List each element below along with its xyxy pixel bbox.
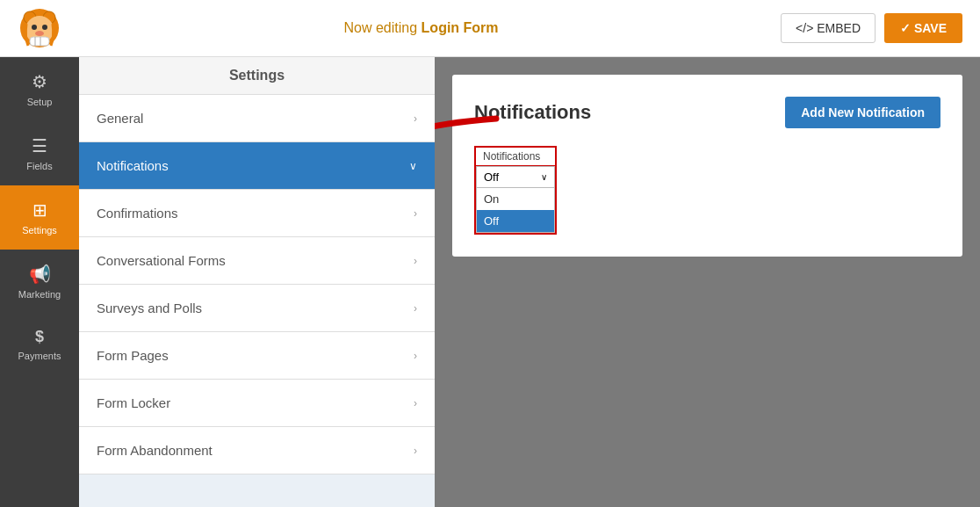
chevron-right-icon-5: › xyxy=(414,350,417,362)
menu-item-formlocker[interactable]: Form Locker › xyxy=(79,380,435,427)
sidebar-icons: ⚙ Setup ☰ Fields ⊞ Settings 📢 Marketing … xyxy=(0,57,79,507)
menu-item-formabandonment[interactable]: Form Abandonment › xyxy=(79,427,435,474)
menu-item-notifications[interactable]: Notifications ∨ xyxy=(79,142,435,190)
notifications-current-value: Off xyxy=(484,170,499,184)
sidebar-item-fields[interactable]: ☰ Fields xyxy=(0,121,79,185)
dropdown-option-off[interactable]: Off xyxy=(477,210,554,232)
setup-icon: ⚙ xyxy=(32,71,47,92)
chevron-down-dropdown-icon: ∨ xyxy=(541,172,547,182)
chevron-right-icon-4: › xyxy=(414,302,417,315)
menu-item-surveys-label: Surveys and Polls xyxy=(97,301,202,315)
menu-item-general-label: General xyxy=(97,111,143,126)
menu-item-notifications-label: Notifications xyxy=(97,158,169,173)
sidebar-item-settings-label: Settings xyxy=(22,225,57,235)
top-bar: Now editing Login Form </> EMBED ✓ SAVE xyxy=(0,0,980,57)
sidebar-item-payments-label: Payments xyxy=(18,351,61,361)
notifications-panel-header: Notifications Add New Notification xyxy=(474,97,940,128)
menu-item-formpages[interactable]: Form Pages › xyxy=(79,332,435,380)
fields-icon: ☰ xyxy=(32,135,47,156)
chevron-right-icon-6: › xyxy=(414,397,417,409)
notifications-select-trigger[interactable]: Off ∨ xyxy=(476,166,555,188)
embed-button[interactable]: </> EMBED xyxy=(781,13,876,43)
logo-icon xyxy=(18,6,61,50)
notifications-panel: Notifications Add New Notification Notif… xyxy=(452,75,962,257)
notifications-widget: Notifications Off ∨ On Off xyxy=(474,146,557,235)
menu-item-formlocker-label: Form Locker xyxy=(97,395,170,410)
notifications-widget-label: Notifications xyxy=(476,148,555,166)
svg-point-6 xyxy=(35,31,44,36)
chevron-right-icon-3: › xyxy=(414,255,417,267)
menu-item-confirmations-label: Confirmations xyxy=(97,206,178,221)
chevron-right-icon-7: › xyxy=(414,445,417,457)
svg-point-5 xyxy=(42,25,47,30)
payments-icon: $ xyxy=(35,328,44,346)
sidebar-item-payments[interactable]: $ Payments xyxy=(0,314,79,375)
settings-header: Settings xyxy=(79,57,435,95)
menu-item-conversational-label: Conversational Forms xyxy=(97,253,226,268)
marketing-icon: 📢 xyxy=(29,264,51,285)
settings-icon: ⊞ xyxy=(32,199,47,221)
sidebar-item-settings[interactable]: ⊞ Settings xyxy=(0,185,79,250)
sidebar-item-setup-label: Setup xyxy=(27,97,53,107)
sidebar-item-setup[interactable]: ⚙ Setup xyxy=(0,57,79,121)
svg-point-4 xyxy=(32,25,37,30)
add-notification-button[interactable]: Add New Notification xyxy=(785,97,940,128)
settings-sidebar: Settings General › Notifications ∨ Confi… xyxy=(79,57,435,507)
notifications-panel-title: Notifications xyxy=(474,101,591,124)
menu-item-surveys[interactable]: Surveys and Polls › xyxy=(79,285,435,332)
sidebar-item-marketing-label: Marketing xyxy=(18,289,61,300)
menu-item-confirmations[interactable]: Confirmations › xyxy=(79,190,435,237)
editing-label: Now editing Login Form xyxy=(344,20,499,36)
save-button[interactable]: ✓ SAVE xyxy=(884,13,962,43)
sidebar-item-fields-label: Fields xyxy=(26,161,52,171)
main-content: Notifications Add New Notification Notif… xyxy=(435,57,980,507)
sidebar-item-marketing[interactable]: 📢 Marketing xyxy=(0,250,79,314)
top-actions: </> EMBED ✓ SAVE xyxy=(781,13,962,43)
menu-item-general[interactable]: General › xyxy=(79,95,435,142)
logo-area xyxy=(18,6,61,50)
chevron-right-icon-2: › xyxy=(414,207,417,220)
notifications-dropdown-list: On Off xyxy=(476,188,555,233)
menu-item-conversational[interactable]: Conversational Forms › xyxy=(79,237,435,285)
dropdown-option-on[interactable]: On xyxy=(477,188,554,210)
chevron-right-icon: › xyxy=(414,112,417,125)
svg-rect-7 xyxy=(30,37,49,46)
menu-item-formpages-label: Form Pages xyxy=(97,348,169,363)
menu-item-formabandonment-label: Form Abandonment xyxy=(97,443,213,458)
main-layout: ⚙ Setup ☰ Fields ⊞ Settings 📢 Marketing … xyxy=(0,57,980,507)
chevron-down-icon: ∨ xyxy=(409,160,417,172)
